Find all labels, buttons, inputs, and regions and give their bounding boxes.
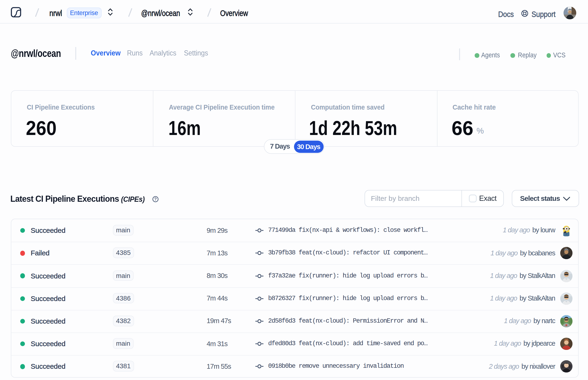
svg-text:?: ?	[154, 197, 157, 201]
